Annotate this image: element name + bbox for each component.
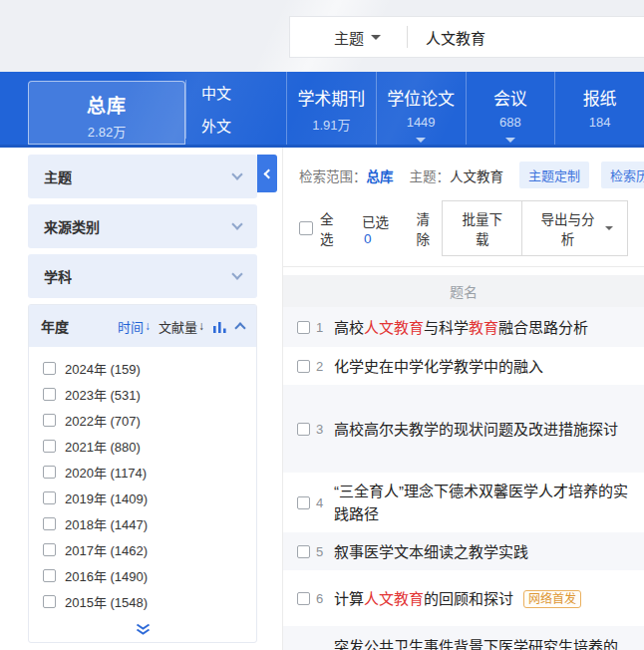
year-filter-item-0[interactable]: 2024年 (159) xyxy=(29,355,256,381)
year-filter-item-8[interactable]: 2016年 (1490) xyxy=(29,562,256,588)
year-checkbox[interactable] xyxy=(43,491,56,504)
year-checkbox[interactable] xyxy=(43,595,56,608)
year-label: 2015年 (1548) xyxy=(65,592,148,611)
sort-by-time-button[interactable]: 时间 ↓ xyxy=(118,317,151,336)
result-row-4: 4“三全育人”理念下德术双馨医学人才培养的实践路径 xyxy=(283,473,644,532)
year-filter-item-2[interactable]: 2022年 (707) xyxy=(29,407,256,433)
title-text: 高校 xyxy=(334,319,364,336)
nav-tab-2[interactable]: 会议688 xyxy=(466,72,555,145)
caret-down-icon xyxy=(416,138,426,143)
year-checkbox[interactable] xyxy=(43,517,56,530)
result-title-link[interactable]: “三全育人”理念下德术双馨医学人才培养的实践路径 xyxy=(334,480,630,525)
result-title-link[interactable]: 化学史在中学化学教学中的融入 xyxy=(334,355,543,378)
row-number: 1 xyxy=(316,320,326,335)
clear-selection-button[interactable]: 清除 xyxy=(416,208,442,248)
bar-chart-icon[interactable] xyxy=(213,320,226,333)
result-title-link[interactable]: 高校高尔夫教学的现状问题及改进措施探讨 xyxy=(334,418,618,441)
lang-tab-chinese[interactable]: 中文 xyxy=(201,82,231,103)
year-filter-item-1[interactable]: 2023年 (531) xyxy=(29,381,256,407)
sidebar-collapse-button[interactable] xyxy=(257,155,277,192)
year-facet-section: 年度 时间 ↓ 文献量 ↓ 2024年 (159)2023年 (531)2022… xyxy=(28,304,257,643)
facet-section-2[interactable]: 学科 xyxy=(28,254,257,298)
result-row-1: 1高校人文教育与科学教育融合思路分析 xyxy=(283,307,644,347)
chevron-left-icon xyxy=(264,168,274,178)
nav-tab-label: 学位论文 xyxy=(377,85,466,110)
year-label: 2019年 (1409) xyxy=(65,488,148,507)
filter-sidebar: 主题来源类别学科 年度 时间 ↓ 文献量 ↓ 2024年 (159)2023年 … xyxy=(28,155,257,643)
online-first-badge[interactable]: 网络首发 xyxy=(523,590,581,608)
sort-by-count-button[interactable]: 文献量 ↓ xyxy=(159,317,204,336)
title-text: 高校高尔夫教学的现状问题及改进措施探讨 xyxy=(334,421,618,438)
title-text: 化学史在中学化学教学中的融入 xyxy=(334,358,543,375)
row-checkbox[interactable] xyxy=(297,592,310,605)
sort-count-label: 文献量 xyxy=(159,317,197,336)
nav-tab-count: 2.82万 xyxy=(29,122,184,141)
nav-tab-3[interactable]: 报纸184 xyxy=(554,72,644,145)
title-text: 计算 xyxy=(334,590,364,607)
topic-customize-button[interactable]: 主题定制 xyxy=(519,162,589,188)
year-label: 2021年 (880) xyxy=(65,437,141,456)
batch-download-button[interactable]: 批量下载 xyxy=(442,200,522,256)
nav-tab-total-library[interactable]: 总库 2.82万 xyxy=(28,81,185,145)
row-checkbox[interactable] xyxy=(297,496,310,509)
year-filter-item-5[interactable]: 2019年 (1409) xyxy=(29,485,256,510)
year-checkbox[interactable] xyxy=(43,362,56,375)
expand-years-button[interactable] xyxy=(29,616,256,642)
facet-label: 主题 xyxy=(44,166,72,186)
row-checkbox[interactable] xyxy=(297,423,310,436)
top-search-strip: 主题 人文教育 xyxy=(0,0,644,72)
term-value: 人文教育 xyxy=(450,165,503,185)
lang-tab-foreign[interactable]: 外文 xyxy=(201,115,231,136)
result-title-link[interactable]: 高校人文教育与科学教育融合思路分析 xyxy=(334,316,588,339)
row-checkbox[interactable] xyxy=(297,360,310,373)
year-checkbox[interactable] xyxy=(43,569,56,582)
nav-tab-1[interactable]: 学位论文1449 xyxy=(376,72,466,145)
row-number: 3 xyxy=(316,422,326,437)
year-checkbox[interactable] xyxy=(43,543,56,556)
year-filter-item-3[interactable]: 2021年 (880) xyxy=(29,433,256,459)
year-checkbox[interactable] xyxy=(43,388,56,401)
year-filter-item-9[interactable]: 2015年 (1548) xyxy=(29,588,256,614)
facet-section-0[interactable]: 主题 xyxy=(28,155,257,198)
search-history-button[interactable]: 检索历史 xyxy=(601,162,644,188)
facet-section-1[interactable]: 来源类别 xyxy=(28,204,257,248)
toolbar-buttons: 批量下载 导出与分析 xyxy=(442,200,628,256)
year-checkbox[interactable] xyxy=(43,440,56,453)
results-toolbar: 全选 已选 0 清除 批量下载 导出与分析 xyxy=(283,188,644,267)
select-all-checkbox[interactable] xyxy=(299,221,313,235)
row-checkbox[interactable] xyxy=(297,545,310,558)
export-analyze-label: 导出与分析 xyxy=(536,208,599,248)
title-text: 与科学 xyxy=(424,319,469,336)
select-all-label[interactable]: 全选 xyxy=(320,208,346,248)
search-field-selector[interactable]: 主题 xyxy=(290,27,407,48)
year-checkbox[interactable] xyxy=(43,466,56,479)
chevron-up-icon[interactable] xyxy=(234,322,245,333)
search-input[interactable]: 人文教育 xyxy=(408,27,644,48)
sort-time-label: 时间 xyxy=(118,317,144,336)
row-number: 5 xyxy=(316,544,326,559)
scope-label: 检索范围： xyxy=(299,165,367,185)
caret-down-icon xyxy=(605,226,613,230)
result-title-link[interactable]: 计算人文教育的回顾和探讨网络首发 xyxy=(334,587,581,610)
year-filter-item-7[interactable]: 2017年 (1462) xyxy=(29,536,256,562)
search-field-label: 主题 xyxy=(334,27,364,48)
term-label: 主题： xyxy=(410,165,451,185)
result-row-7: 7突发公共卫生事件背景下医学研究生培养的探讨 xyxy=(283,626,644,650)
year-facet-label: 年度 xyxy=(41,316,69,336)
facet-list: 主题来源类别学科 xyxy=(28,155,257,298)
year-list: 2024年 (159)2023年 (531)2022年 (707)2021年 (… xyxy=(29,347,256,616)
nav-tab-0[interactable]: 学术期刊1.91万 xyxy=(286,72,376,145)
chevron-down-icon xyxy=(231,268,242,279)
row-number: 6 xyxy=(316,591,326,606)
year-label: 2020年 (1174) xyxy=(65,463,147,482)
year-filter-item-4[interactable]: 2020年 (1174) xyxy=(29,459,256,485)
export-analyze-button[interactable]: 导出与分析 xyxy=(521,200,628,256)
result-title-link[interactable]: 叙事医学文本细读之教学实践 xyxy=(334,540,528,563)
year-checkbox[interactable] xyxy=(43,414,56,427)
cnki-search-results-page: 主题 人文教育 总库 2.82万 中文 外文 学术期刊1.91万学位论文1449… xyxy=(0,0,644,650)
row-checkbox[interactable] xyxy=(297,321,310,334)
year-filter-item-6[interactable]: 2018年 (1447) xyxy=(29,510,256,536)
result-title-link[interactable]: 突发公共卫生事件背景下医学研究生培养的探讨 xyxy=(334,635,630,650)
scope-value[interactable]: 总库 xyxy=(367,165,394,185)
arrow-down-icon: ↓ xyxy=(198,319,204,333)
